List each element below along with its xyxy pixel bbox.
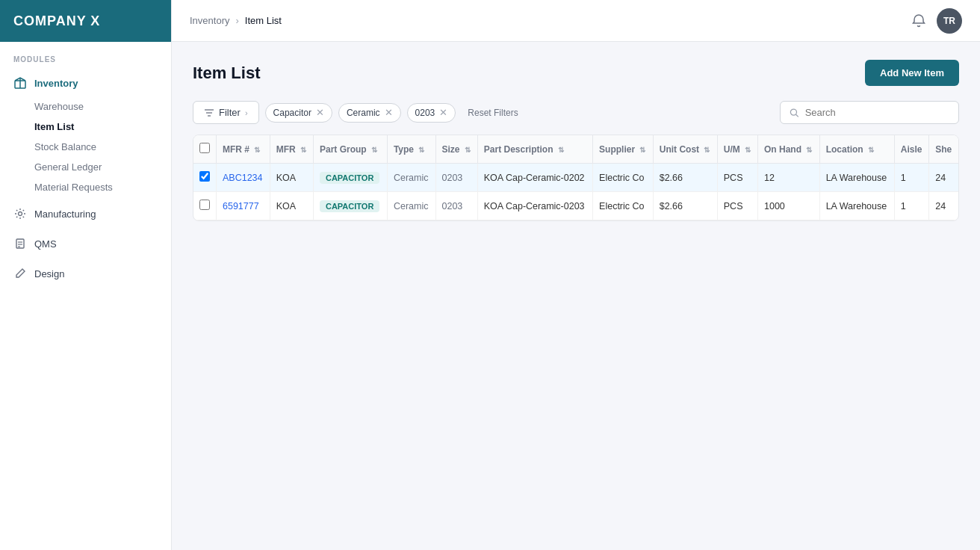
sort-on-hand-icon: ⇅ [806,146,812,154]
row-part-group-1: CAPACITOR [313,192,387,220]
reset-filters-button[interactable]: Reset Filters [462,105,524,121]
row-mfr-0: KOA [270,164,313,192]
row-mfr-1: KOA [270,192,313,220]
col-um[interactable]: U/M ⇅ [717,135,757,164]
add-new-item-button[interactable]: Add New Item [865,60,959,86]
filter-button[interactable]: Filter › [193,101,259,124]
row-mfr-num-0: ABC1234 [217,164,270,192]
row-on-hand-1: 1000 [758,192,820,220]
col-supplier[interactable]: Supplier ⇅ [593,135,654,164]
sort-mfr-icon: ⇅ [300,146,306,154]
notifications-button[interactable] [911,13,926,28]
sort-location-icon: ⇅ [868,146,874,154]
row-supplier-1: Electric Co [593,192,654,220]
svg-point-2 [19,212,22,216]
col-mfr-num[interactable]: MFR # ⇅ [217,135,270,164]
part-group-badge-0: CAPACITOR [320,172,379,184]
page-header: Item List Add New Item [193,60,959,86]
filter-row: Filter › Capacitor ✕ Ceramic ✕ 0203 ✕ Re… [193,101,959,124]
filter-chip-0203: 0203 ✕ [407,103,456,123]
col-select-all [193,135,217,164]
chip-capacitor-close[interactable]: ✕ [316,108,324,117]
col-unit-cost[interactable]: Unit Cost ⇅ [653,135,717,164]
breadcrumb: Inventory › Item List [190,15,282,26]
col-location[interactable]: Location ⇅ [819,135,894,164]
row-checkbox-cell-0 [193,164,217,192]
sort-unit-cost-icon: ⇅ [704,146,710,154]
row-checkbox-0[interactable] [199,171,210,182]
mfr-num-link-1[interactable]: 6591777 [223,201,259,211]
chip-ceramic-label: Ceramic [347,108,380,118]
row-checkbox-1[interactable] [199,200,210,210]
svg-point-10 [790,109,796,115]
row-mfr-num-1: 6591777 [217,192,270,220]
sort-part-desc-icon: ⇅ [558,146,564,154]
row-location-1: LA Warehouse [819,192,894,220]
col-part-group[interactable]: Part Group ⇅ [313,135,387,164]
sidebar-sub-item-list[interactable]: Item List [34,117,171,137]
filter-chevron-icon: › [245,108,248,117]
row-on-hand-0: 12 [758,164,820,192]
sidebar-item-manufacturing[interactable]: Manufacturing [0,200,171,227]
breadcrumb-parent[interactable]: Inventory [190,15,229,26]
sort-type-icon: ⇅ [418,146,424,154]
col-aisle: Aisle [894,135,928,164]
row-location-0: LA Warehouse [819,164,894,192]
col-type[interactable]: Type ⇅ [387,135,435,164]
row-checkbox-cell-1 [193,192,217,220]
row-type-1: Ceramic [387,192,435,220]
gear-icon [13,207,27,220]
page-title: Item List [193,64,260,83]
sidebar-sub-material-requests[interactable]: Material Requests [34,177,171,197]
sidebar-section-qms: QMS [0,229,171,259]
sidebar: COMPANY X MODULES Inventory Warehouse [0,0,172,550]
row-um-0: PCS [717,164,757,192]
row-unit-cost-1: $2.66 [653,192,717,220]
col-on-hand[interactable]: On Hand ⇅ [758,135,820,164]
sidebar-section-inventory: Inventory Warehouse Item List Stock Bala… [0,68,171,199]
row-shelf-1: 24 [929,192,958,220]
filter-icon [204,108,214,118]
search-box [780,101,959,124]
mfr-num-link-0[interactable]: ABC1234 [223,173,263,183]
sidebar-sub-general-ledger[interactable]: General Ledger [34,157,171,177]
sidebar-sub-stock-balance[interactable]: Stock Balance [34,137,171,157]
svg-line-11 [796,114,798,117]
row-aisle-0: 1 [894,164,928,192]
sidebar-item-qms[interactable]: QMS [0,230,171,257]
sort-supplier-icon: ⇅ [639,146,645,154]
row-shelf-0: 24 [929,164,958,192]
sidebar-nav: Inventory Warehouse Item List Stock Bala… [0,68,171,550]
row-um-1: PCS [717,192,757,220]
sidebar-sub-warehouse[interactable]: Warehouse [34,96,171,117]
pencil-icon [13,267,27,280]
search-input[interactable] [805,107,949,118]
table-row: ABC1234 KOA CAPACITOR Ceramic 0203 KOA C… [193,164,958,192]
avatar[interactable]: TR [937,8,962,34]
col-part-desc[interactable]: Part Description ⇅ [477,135,592,164]
sort-mfr-num-icon: ⇅ [254,146,260,154]
item-table-wrapper: MFR # ⇅ MFR ⇅ Part Group ⇅ Type [193,135,959,221]
chip-0203-label: 0203 [415,108,435,118]
filter-chip-capacitor: Capacitor ✕ [265,103,332,123]
part-group-badge-1: CAPACITOR [320,200,379,212]
sort-um-icon: ⇅ [745,146,751,154]
select-all-checkbox[interactable] [199,143,210,153]
sidebar-item-design[interactable]: Design [0,260,171,287]
modules-label: MODULES [0,42,171,68]
row-size-0: 0203 [435,164,477,192]
col-size[interactable]: Size ⇅ [435,135,477,164]
company-logo: COMPANY X [0,0,171,42]
col-mfr[interactable]: MFR ⇅ [270,135,313,164]
chip-0203-close[interactable]: ✕ [439,108,447,117]
table-header-row: MFR # ⇅ MFR ⇅ Part Group ⇅ Type [193,135,958,164]
row-part-group-0: CAPACITOR [313,164,387,192]
chip-ceramic-close[interactable]: ✕ [385,108,393,117]
main-content: Inventory › Item List TR Item List Add N… [172,0,980,550]
content-area: Item List Add New Item Filter › Capacito… [172,42,980,550]
row-aisle-1: 1 [894,192,928,220]
row-unit-cost-0: $2.66 [653,164,717,192]
filter-label: Filter [219,107,241,118]
sidebar-item-inventory[interactable]: Inventory [0,69,171,96]
chip-capacitor-label: Capacitor [273,108,311,118]
